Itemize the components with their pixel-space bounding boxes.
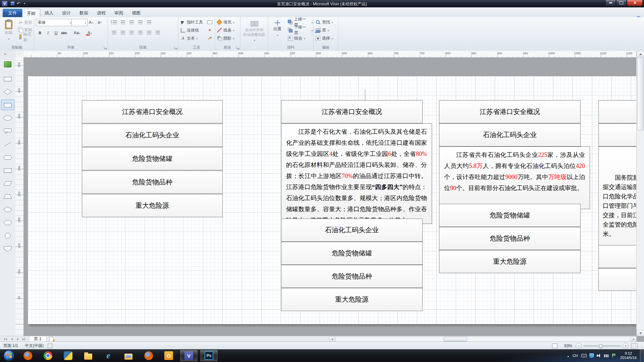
security-icon[interactable] — [589, 353, 594, 358]
diagram-col2-header[interactable]: 江苏省港口安全概况 — [281, 100, 423, 123]
zoom-in-button[interactable] — [623, 343, 629, 349]
stencil-shape-rounded-rectangle[interactable] — [1, 152, 14, 163]
stencil-shape-line[interactable] — [1, 139, 14, 149]
diagram-col4-box1[interactable] — [598, 100, 636, 123]
diagram-col1-box4[interactable]: 重大危险源 — [82, 194, 223, 217]
diagram-col3-box4[interactable]: 重大危险源 — [439, 250, 581, 273]
stencil-shape-shield[interactable] — [1, 243, 14, 254]
drawing-canvas[interactable]: 江苏省港口安全概况 石油化工码头企业 危险货物储罐 危险货物品种 重大危险源 江… — [23, 57, 636, 336]
font-color-button[interactable]: A — [84, 29, 95, 37]
fit-page-button[interactable] — [631, 343, 637, 348]
stencil-shape-rectangle[interactable] — [1, 73, 14, 84]
zoom-slider[interactable] — [584, 343, 621, 349]
volume-icon[interactable] — [597, 353, 601, 358]
text-tool-button[interactable]: 文本 — [179, 35, 198, 42]
diagram-col2-box2[interactable]: 危险货物储罐 — [281, 242, 423, 265]
freeform-tool-button[interactable] — [206, 35, 213, 42]
auto-align-space-button[interactable]: 自动对齐和 自动调整间距 — [242, 18, 267, 48]
cut-button[interactable]: 剪切 — [17, 19, 33, 26]
pointer-tool-button[interactable]: 指针工具 — [179, 19, 204, 25]
drawing-page[interactable]: 江苏省港口安全概况 石油化工码头企业 危险货物储罐 危险货物品种 重大危险源 江… — [28, 76, 636, 324]
diagram-col1-box3[interactable]: 危险货物品种 — [82, 171, 223, 194]
page-number-indicator[interactable]: 页面 1/1 — [0, 342, 21, 350]
diagram-col1-box1[interactable]: 石油化工码头企业 — [82, 124, 223, 147]
align-middle-button[interactable] — [145, 29, 153, 36]
align-right-button[interactable] — [128, 29, 135, 36]
connection-point-button[interactable] — [206, 27, 213, 34]
show-desktop-button[interactable] — [640, 349, 644, 362]
font-family-select[interactable]: 宋体 — [36, 19, 73, 26]
layers-button[interactable]: 层 — [315, 27, 329, 34]
taskbar-icon-firefox[interactable] — [19, 350, 37, 362]
diagram-col4-box4[interactable] — [598, 268, 636, 291]
stencil-shape-rectangle[interactable] — [1, 100, 14, 110]
indent-increase-button[interactable] — [137, 19, 144, 25]
taskbar-icon-visio[interactable]: V — [180, 350, 198, 362]
group-shapes-button[interactable]: 组合 — [287, 35, 306, 42]
italic-button[interactable]: I — [44, 29, 52, 37]
tab-view[interactable]: 视图 — [127, 9, 145, 17]
tab-home[interactable]: 开始 — [22, 9, 40, 17]
taskbar-icon-internet-explorer[interactable]: e — [99, 350, 117, 362]
zoom-slider-thumb[interactable] — [599, 344, 602, 348]
tab-file[interactable]: 文件 — [3, 9, 22, 17]
diagram-col3-header[interactable]: 江苏省港口安全概况 — [439, 100, 581, 123]
select-button[interactable]: 选择 — [315, 35, 333, 42]
change-case-button[interactable]: Aa — [71, 29, 82, 37]
stencil-shape-callout[interactable] — [1, 126, 14, 136]
stencil-shape-trapezoid[interactable] — [1, 191, 14, 202]
keyboard-icon[interactable] — [581, 354, 587, 357]
taskbar-icon-outlook[interactable]: O — [160, 350, 178, 362]
taskbar-icon-photoshop[interactable]: Ps — [200, 350, 218, 362]
fill-button[interactable]: 填充 — [216, 19, 235, 25]
increase-font-size-button[interactable] — [87, 19, 95, 26]
start-button[interactable] — [3, 350, 15, 361]
action-center-icon[interactable] — [611, 353, 616, 358]
connector-tool-button[interactable]: 连接线 — [179, 27, 200, 34]
insert-page-button[interactable] — [49, 337, 55, 342]
align-bottom-button[interactable] — [154, 29, 161, 36]
input-language-indicator[interactable]: CH — [573, 354, 578, 358]
tab-insert[interactable]: 插入 — [40, 9, 58, 17]
horizontal-ruler[interactable]: 5010015020025030035040045050055060065070… — [23, 51, 636, 58]
tab-process[interactable]: 进程 — [93, 9, 110, 17]
taskbar-icon-python[interactable] — [59, 350, 77, 362]
taskbar-icon-chrome[interactable] — [39, 350, 57, 362]
send-backward-button[interactable]: 下移一层 — [287, 27, 313, 34]
maximize-button[interactable] — [616, 0, 627, 6]
previous-page-button[interactable] — [9, 337, 15, 342]
taskbar-icon-explorer[interactable] — [119, 350, 138, 362]
line-button[interactable]: 线条 — [216, 27, 235, 34]
diagram-col4-box2[interactable] — [598, 123, 636, 146]
diagram-col2-box1[interactable]: 石油化工码头企业 — [281, 219, 423, 242]
underline-button[interactable]: U — [52, 29, 60, 37]
diagram-col3-box2[interactable]: 危险货物储罐 — [439, 204, 581, 227]
stencil-shape-parallelogram[interactable] — [1, 178, 14, 189]
diagram-col2-box4[interactable]: 重大危险源 — [281, 288, 423, 311]
line-spacing-button[interactable] — [145, 19, 153, 25]
stencil-shape-hexagon[interactable] — [1, 217, 14, 228]
align-left-button[interactable] — [110, 29, 118, 36]
align-top-button[interactable] — [137, 29, 144, 36]
diagram-col2-box3[interactable]: 危险货物品种 — [281, 265, 423, 288]
numbering-button[interactable] — [119, 19, 126, 25]
scroll-left-button[interactable] — [329, 337, 335, 342]
taskbar-icon-folder[interactable] — [79, 350, 97, 362]
scroll-down-button[interactable] — [637, 330, 644, 336]
full-screen-view-icon[interactable] — [552, 344, 557, 348]
zoom-level[interactable]: 93% — [561, 342, 576, 350]
stencil-shape-diamond[interactable] — [1, 86, 14, 97]
format-painter-button[interactable]: 格式刷 — [17, 34, 34, 41]
tray-expand-icon[interactable] — [567, 353, 569, 358]
zoom-out-button[interactable] — [576, 343, 582, 349]
scroll-up-button[interactable] — [637, 51, 644, 57]
horizontal-scrollbar-thumb[interactable] — [444, 337, 467, 342]
position-button[interactable]: 位置 — [269, 18, 285, 45]
vertical-scrollbar-thumb[interactable] — [637, 58, 644, 130]
decrease-font-size-button[interactable] — [96, 19, 104, 26]
network-icon[interactable] — [604, 353, 609, 358]
diagram-col3-box3[interactable]: 危险货物品种 — [439, 227, 581, 250]
bold-button[interactable]: B — [36, 29, 44, 37]
taskbar-icon-firefox-2[interactable] — [140, 350, 158, 362]
next-page-button[interactable] — [15, 337, 21, 342]
